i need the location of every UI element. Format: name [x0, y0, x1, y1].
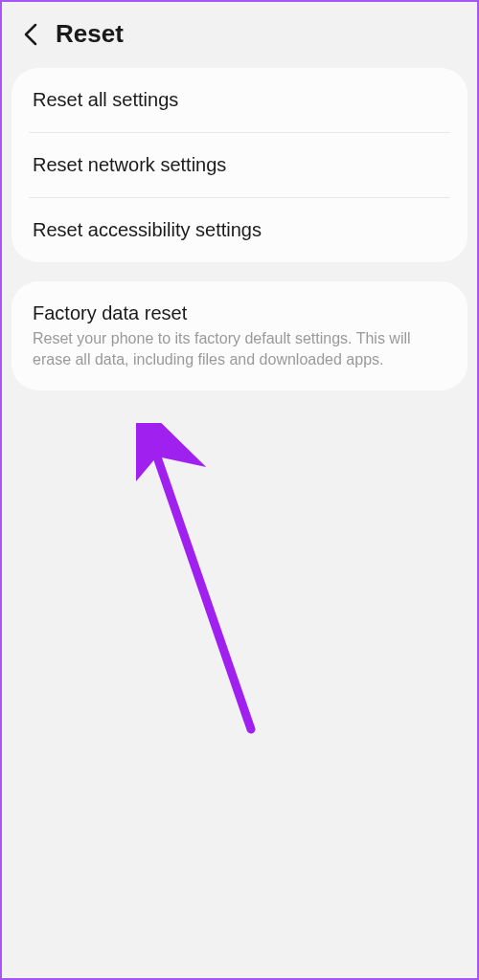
factory-data-reset-item[interactable]: Factory data reset Reset your phone to i… [11, 281, 468, 390]
list-item-label: Reset all settings [33, 89, 446, 111]
annotation-arrow-icon [136, 423, 270, 739]
back-icon[interactable] [23, 22, 38, 47]
list-item-label: Factory data reset [33, 302, 446, 324]
settings-group-2: Factory data reset Reset your phone to i… [11, 281, 468, 390]
reset-all-settings-item[interactable]: Reset all settings [11, 68, 468, 132]
reset-accessibility-settings-item[interactable]: Reset accessibility settings [11, 198, 468, 262]
list-item-label: Reset accessibility settings [33, 219, 446, 241]
page-title: Reset [56, 19, 124, 49]
list-item-description: Reset your phone to its factory default … [33, 328, 446, 369]
list-item-label: Reset network settings [33, 154, 446, 176]
header: Reset [2, 2, 477, 68]
svg-line-0 [151, 440, 251, 729]
settings-group-1: Reset all settings Reset network setting… [11, 68, 468, 262]
reset-network-settings-item[interactable]: Reset network settings [11, 133, 468, 197]
